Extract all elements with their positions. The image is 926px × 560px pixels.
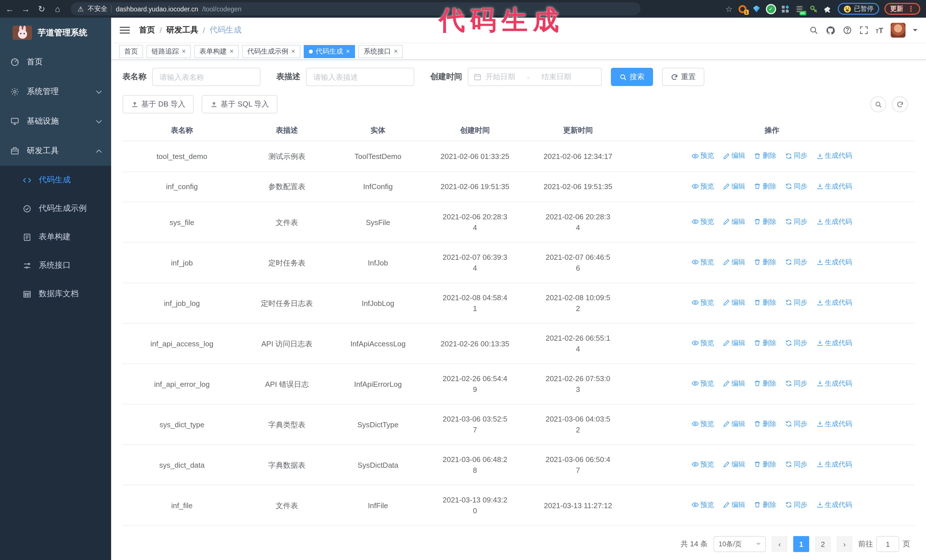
edit-link[interactable]: 编辑: [723, 419, 745, 430]
reset-button[interactable]: 重置: [662, 68, 704, 86]
page-size-select[interactable]: 10条/页: [713, 536, 766, 552]
page-button-2[interactable]: 2: [815, 536, 831, 552]
toggle-search-button[interactable]: [870, 96, 886, 112]
extension-check-icon[interactable]: ✓: [766, 4, 775, 14]
generate-code-link[interactable]: 生成代码: [816, 419, 852, 430]
sync-link[interactable]: 同步: [785, 257, 808, 268]
delete-link[interactable]: 删除: [754, 500, 776, 510]
browser-back-icon[interactable]: ←: [5, 5, 15, 13]
delete-link[interactable]: 删除: [754, 297, 776, 308]
sidebar-item-api[interactable]: 系统接口: [0, 251, 111, 280]
preview-link[interactable]: 预览: [692, 500, 714, 510]
sync-link[interactable]: 同步: [785, 216, 808, 227]
delete-link[interactable]: 删除: [754, 181, 776, 192]
delete-link[interactable]: 删除: [754, 216, 776, 227]
import-db-button[interactable]: 基于 DB 导入: [123, 95, 194, 113]
breadcrumb-devtools[interactable]: 研发工具: [166, 25, 198, 35]
breadcrumb-home[interactable]: 首页: [139, 25, 155, 35]
next-page-button[interactable]: ›: [837, 536, 852, 552]
sidebar-item-db-doc[interactable]: 数据库文档: [0, 280, 111, 308]
tab-api[interactable]: 系统接口×: [359, 45, 403, 58]
tab-home[interactable]: 首页: [119, 45, 143, 58]
generate-code-link[interactable]: 生成代码: [816, 459, 852, 470]
delete-link[interactable]: 删除: [754, 419, 776, 430]
browser-home-icon[interactable]: ⌂: [53, 5, 63, 13]
delete-link[interactable]: 删除: [754, 378, 776, 389]
edit-link[interactable]: 编辑: [723, 500, 745, 510]
sync-link[interactable]: 同步: [785, 150, 808, 161]
preview-link[interactable]: 预览: [692, 378, 714, 389]
address-bar[interactable]: ⚠ 不安全 dashboard.yudao.iocoder.cn/tool/co…: [71, 2, 640, 15]
update-button[interactable]: 更新 ⋮: [884, 3, 920, 15]
sidebar-item-system[interactable]: 系统管理: [0, 77, 111, 107]
table-desc-input[interactable]: [306, 68, 414, 86]
refresh-table-button[interactable]: [892, 96, 908, 112]
github-icon[interactable]: [825, 25, 835, 35]
preview-link[interactable]: 预览: [692, 150, 714, 161]
edit-link[interactable]: 编辑: [723, 216, 745, 227]
preview-link[interactable]: 预览: [692, 181, 714, 192]
generate-code-link[interactable]: 生成代码: [816, 257, 852, 268]
sync-link[interactable]: 同步: [785, 297, 808, 308]
edit-link[interactable]: 编辑: [723, 459, 745, 470]
preview-link[interactable]: 预览: [692, 216, 714, 227]
font-size-icon[interactable]: TT: [876, 26, 883, 35]
prev-page-button[interactable]: ‹: [772, 536, 788, 552]
sync-link[interactable]: 同步: [785, 181, 808, 192]
delete-link[interactable]: 删除: [754, 459, 776, 470]
extension-puzzle-icon[interactable]: [823, 4, 832, 14]
preview-link[interactable]: 预览: [692, 419, 714, 430]
edit-link[interactable]: 编辑: [723, 257, 745, 268]
browser-reload-icon[interactable]: ↻: [36, 5, 47, 13]
tab-form-builder[interactable]: 表单构建×: [194, 45, 239, 58]
fullscreen-icon[interactable]: [859, 26, 868, 35]
preview-link[interactable]: 预览: [692, 459, 714, 470]
tab-tracing[interactable]: 链路追踪×: [147, 45, 191, 58]
sidebar-item-form-builder[interactable]: 表单构建: [0, 223, 111, 251]
hamburger-icon[interactable]: [120, 27, 130, 33]
edit-link[interactable]: 编辑: [723, 297, 745, 308]
sidebar-item-codegen[interactable]: 代码生成: [0, 166, 111, 194]
sync-link[interactable]: 同步: [785, 338, 808, 349]
close-icon[interactable]: ×: [230, 47, 234, 55]
browser-forward-icon[interactable]: →: [21, 5, 31, 13]
extension-key-icon[interactable]: [809, 4, 818, 14]
sidebar-item-infra[interactable]: 基础设施: [0, 107, 111, 136]
preview-link[interactable]: 预览: [692, 257, 714, 268]
close-icon[interactable]: ×: [394, 47, 398, 55]
extension-gem-icon[interactable]: [752, 4, 761, 14]
search-button[interactable]: 搜索: [611, 68, 653, 86]
preview-link[interactable]: 预览: [692, 297, 714, 308]
date-range-picker[interactable]: 开始日期 - 结束日期: [468, 68, 602, 86]
close-icon[interactable]: ×: [291, 47, 295, 55]
preview-link[interactable]: 预览: [692, 338, 714, 349]
sync-link[interactable]: 同步: [785, 500, 808, 510]
generate-code-link[interactable]: 生成代码: [816, 500, 852, 510]
generate-code-link[interactable]: 生成代码: [816, 338, 852, 349]
sidebar-item-home[interactable]: 首页: [0, 47, 111, 77]
extension-orange-icon[interactable]: 1: [738, 4, 747, 14]
close-icon[interactable]: ×: [346, 47, 350, 55]
delete-link[interactable]: 删除: [754, 338, 776, 349]
edit-link[interactable]: 编辑: [723, 150, 745, 161]
sync-link[interactable]: 同步: [785, 459, 808, 470]
edit-link[interactable]: 编辑: [723, 181, 745, 192]
table-name-input[interactable]: [152, 68, 260, 86]
extension-on-icon[interactable]: on: [794, 4, 804, 14]
generate-code-link[interactable]: 生成代码: [816, 378, 852, 389]
sync-link[interactable]: 同步: [785, 378, 808, 389]
tab-codegen[interactable]: 代码生成×: [304, 45, 355, 58]
browser-menu-icon[interactable]: ⋮: [907, 5, 915, 13]
edit-link[interactable]: 编辑: [723, 338, 745, 349]
sidebar-item-devtools[interactable]: 研发工具: [0, 136, 111, 166]
delete-link[interactable]: 删除: [754, 150, 776, 161]
sync-link[interactable]: 同步: [785, 419, 808, 430]
import-sql-button[interactable]: 基于 SQL 导入: [202, 95, 278, 113]
close-icon[interactable]: ×: [182, 47, 186, 55]
generate-code-link[interactable]: 生成代码: [816, 216, 852, 227]
app-logo[interactable]: 芋道管理系统: [0, 18, 111, 47]
generate-code-link[interactable]: 生成代码: [816, 297, 852, 308]
page-button-1[interactable]: 1: [793, 536, 809, 552]
user-menu-caret-icon[interactable]: [913, 29, 917, 33]
generate-code-link[interactable]: 生成代码: [816, 181, 852, 192]
